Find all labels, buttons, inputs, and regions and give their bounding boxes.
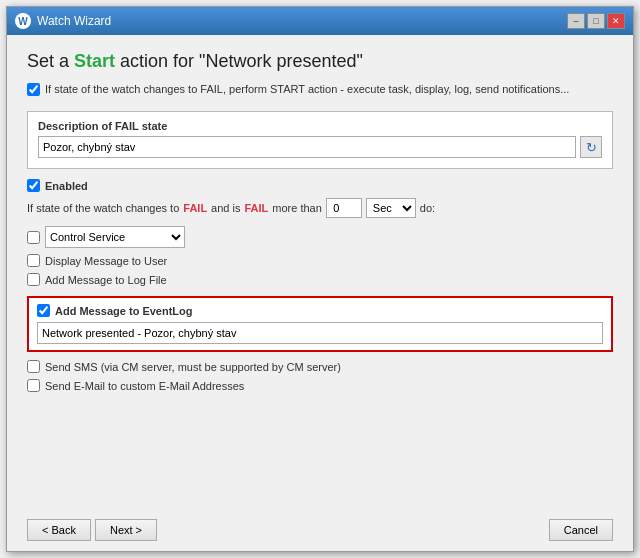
maximize-button[interactable]: □ <box>587 13 605 29</box>
condition-number-input[interactable] <box>326 198 362 218</box>
control-service-checkbox[interactable] <box>27 231 40 244</box>
add-log-item: Add Message to Log File <box>27 273 613 286</box>
send-email-item: Send E-Mail to custom E-Mail Addresses <box>27 379 613 392</box>
fail-state-label: Description of FAIL state <box>38 120 602 132</box>
enabled-label: Enabled <box>45 180 88 192</box>
window-title: Watch Wizard <box>37 14 111 28</box>
condition-more-than: more than <box>272 202 322 214</box>
add-log-label: Add Message to Log File <box>45 274 167 286</box>
page-title: Set a Start action for "Network presente… <box>27 51 613 72</box>
condition-fail1: FAIL <box>183 202 207 214</box>
main-window: W Watch Wizard – □ ✕ Set a Start action … <box>6 6 634 552</box>
add-log-checkbox[interactable] <box>27 273 40 286</box>
condition-unit-select[interactable]: Sec Min Hour <box>366 198 416 218</box>
fail-state-section: Description of FAIL state ↻ <box>27 111 613 169</box>
title-start: Start <box>74 51 115 71</box>
condition-fail2: FAIL <box>244 202 268 214</box>
condition-and: and is <box>211 202 240 214</box>
control-service-item: Control Service <box>27 226 613 248</box>
title-suffix: action for <box>115 51 199 71</box>
condition-suffix: do: <box>420 202 435 214</box>
enabled-checkbox[interactable] <box>27 179 40 192</box>
control-service-dropdown[interactable]: Control Service <box>45 226 185 248</box>
title-bar-left: W Watch Wizard <box>15 13 111 29</box>
condition-row: If state of the watch changes to FAIL an… <box>27 198 613 218</box>
title-prefix: Set a <box>27 51 74 71</box>
condition-prefix: If state of the watch changes to <box>27 202 179 214</box>
display-message-label: Display Message to User <box>45 255 167 267</box>
footer: < Back Next > Cancel <box>7 511 633 551</box>
enabled-row: Enabled <box>27 179 613 192</box>
top-checkbox-row: If state of the watch changes to FAIL, p… <box>27 82 613 97</box>
display-message-checkbox[interactable] <box>27 254 40 267</box>
next-button[interactable]: Next > <box>95 519 157 541</box>
send-sms-checkbox[interactable] <box>27 360 40 373</box>
fail-state-input-row: ↻ <box>38 136 602 158</box>
eventlog-checkbox[interactable] <box>37 304 50 317</box>
app-icon: W <box>15 13 31 29</box>
minimize-button[interactable]: – <box>567 13 585 29</box>
send-sms-label: Send SMS (via CM server, must be support… <box>45 361 341 373</box>
send-sms-item: Send SMS (via CM server, must be support… <box>27 360 613 373</box>
title-quoted: "Network presented" <box>199 51 363 71</box>
eventlog-header: Add Message to EventLog <box>37 304 603 317</box>
more-actions-area: Send SMS (via CM server, must be support… <box>27 360 613 392</box>
title-bar-controls: – □ ✕ <box>567 13 625 29</box>
title-bar: W Watch Wizard – □ ✕ <box>7 7 633 35</box>
cancel-button[interactable]: Cancel <box>549 519 613 541</box>
eventlog-input[interactable] <box>37 322 603 344</box>
send-email-checkbox[interactable] <box>27 379 40 392</box>
enabled-section: Enabled If state of the watch changes to… <box>27 179 613 218</box>
content-area: Set a Start action for "Network presente… <box>7 35 633 511</box>
refresh-button[interactable]: ↻ <box>580 136 602 158</box>
top-checkbox[interactable] <box>27 83 40 96</box>
back-button[interactable]: < Back <box>27 519 91 541</box>
top-checkbox-label: If state of the watch changes to FAIL, p… <box>45 82 569 97</box>
send-email-label: Send E-Mail to custom E-Mail Addresses <box>45 380 244 392</box>
close-button[interactable]: ✕ <box>607 13 625 29</box>
footer-left: < Back Next > <box>27 519 157 541</box>
fail-state-input[interactable] <box>38 136 576 158</box>
actions-area: Control Service Display Message to User … <box>27 226 613 286</box>
eventlog-label: Add Message to EventLog <box>55 305 193 317</box>
eventlog-section: Add Message to EventLog <box>27 296 613 352</box>
display-message-item: Display Message to User <box>27 254 613 267</box>
